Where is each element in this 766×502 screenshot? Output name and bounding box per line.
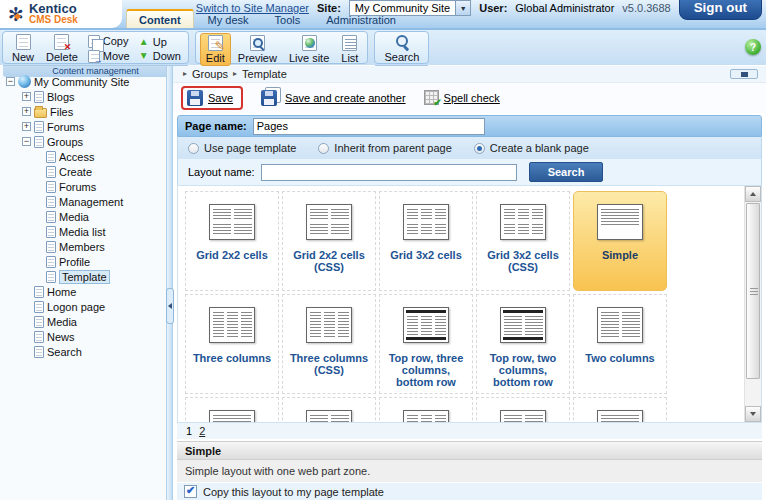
move-button[interactable]: Move [85,50,133,63]
spell-check-button[interactable]: Spell check [424,90,500,105]
tree-item-media[interactable]: +Media [6,314,166,329]
page-number-link[interactable]: 2 [199,425,205,437]
page-icon [34,301,44,313]
tree-item-search[interactable]: +Search [6,344,166,359]
layout-three-columns-icon [209,307,255,343]
delete-button[interactable]: Delete [41,33,83,64]
layout-card-top-two-bottom[interactable]: Top row, two columns, bottom row [476,294,570,394]
move-icon [88,50,100,63]
layout-card-partial[interactable] [282,397,376,422]
collapse-toggle-icon[interactable]: − [22,137,31,146]
tree-item-logon-page[interactable]: +Logon page [6,299,166,314]
scroll-up-icon[interactable] [745,186,761,202]
copy-button[interactable]: Copy [85,35,133,48]
layout-card-two-columns[interactable]: Two columns [573,294,667,394]
tree-item-media-child[interactable]: Media [6,209,166,224]
tree-item-media-list[interactable]: Media list [6,224,166,239]
tab-content[interactable]: Content [126,9,194,28]
layout-grid-3x2-icon [500,204,546,240]
preview-icon [250,35,265,51]
breadcrumb-groups[interactable]: Groups [192,68,228,80]
expand-toggle-icon[interactable]: + [22,107,31,116]
radio-icon[interactable] [188,143,199,154]
layout-card-partial[interactable] [379,397,473,422]
layout-card-partial[interactable] [573,397,667,422]
scrollbar-thumb[interactable] [746,203,760,379]
edit-mode-button[interactable]: Edit [200,33,231,66]
panel-collapse-handle[interactable] [730,69,758,79]
tree-item-home[interactable]: +Home [6,284,166,299]
new-button[interactable]: New [7,33,39,64]
layout-card-grid-2x2-css[interactable]: Grid 2x2 cells (CSS) [282,191,376,291]
template-mode-options: Use page template Inherit from parent pa… [177,137,762,158]
layout-search-button[interactable]: Search [529,162,604,182]
tree-item-access[interactable]: Access [6,149,166,164]
tree-item-forums-child[interactable]: Forums [6,179,166,194]
tree-item-forums[interactable]: +Forums [6,119,166,134]
radio-create-blank-page[interactable]: Create a blank page [474,142,589,154]
radio-inherit-from-parent[interactable]: Inherit from parent page [318,142,451,154]
tree-item-template[interactable]: Template [6,269,166,284]
layout-card-top-three-bottom[interactable]: Top row, three columns, bottom row [379,294,473,394]
tab-administration[interactable]: Administration [314,11,408,28]
brand-name: Kentico [29,3,78,14]
layout-card-partial[interactable] [185,397,279,422]
radio-selected-icon[interactable] [474,143,485,154]
collapse-toggle-icon[interactable]: − [6,77,15,86]
layout-card-three-columns[interactable]: Three columns [185,294,279,394]
tree-item-blogs[interactable]: +Blogs [6,89,166,104]
expand-toggle-icon[interactable]: + [22,122,31,131]
live-site-globe-icon [302,35,317,51]
expand-toggle-icon[interactable]: + [22,92,31,101]
down-arrow-icon: ▼ [138,50,150,62]
sign-out-button[interactable]: Sign out [679,0,762,20]
save-button[interactable]: Save [187,90,233,106]
page-name-bar: Page name: [177,115,762,138]
tree-item-news[interactable]: +News [6,329,166,344]
tab-tools[interactable]: Tools [263,11,313,28]
save-and-create-icon [261,90,277,106]
search-button[interactable]: Search [379,33,424,64]
tree-item-groups[interactable]: −Groups [6,134,166,149]
up-button[interactable]: ▲ Up [135,36,184,48]
dropdown-arrow-icon[interactable]: ▼ [455,1,470,15]
breadcrumb-template[interactable]: Template [242,68,287,80]
tree-item-members[interactable]: Members [6,239,166,254]
page-name-input[interactable] [253,118,485,135]
main-tabs: Content My desk Tools Administration [126,9,408,28]
content-tree: −My Community Site +Blogs +Files +Forums… [0,66,166,500]
layout-name-input[interactable] [261,164,517,181]
splitter-collapse-icon[interactable] [166,288,174,324]
tab-my-desk[interactable]: My desk [196,11,261,28]
layout-card-partial[interactable] [476,397,570,422]
radio-use-page-template[interactable]: Use page template [188,142,296,154]
tree-item-profile[interactable]: Profile [6,254,166,269]
down-button[interactable]: ▼ Down [135,50,184,62]
layout-name-row: Layout name: Search [177,159,762,185]
tree-item-management[interactable]: Management [6,194,166,209]
page-icon [34,286,44,298]
layout-card-simple-selected[interactable]: Simple [573,191,667,291]
layout-scrollbar[interactable] [744,186,761,422]
scroll-down-icon[interactable] [745,406,761,422]
radio-icon[interactable] [318,143,329,154]
layout-card-three-columns-css[interactable]: Three columns (CSS) [282,294,376,394]
layout-card-grid-2x2[interactable]: Grid 2x2 cells [185,191,279,291]
save-and-create-button[interactable]: Save and create another [261,90,405,106]
tree-item-create[interactable]: Create [6,164,166,179]
live-site-button[interactable]: Live site [284,34,334,65]
page-number-current[interactable]: 1 [186,425,192,437]
layout-card-grid-3x2[interactable]: Grid 3x2 cells [379,191,473,291]
tree-splitter[interactable] [166,66,173,500]
page-icon [34,136,44,148]
help-button[interactable]: ? [745,39,761,55]
selected-layout-title: Simple [177,441,762,461]
group-content-management: New Delete Copy Move ▲ Up [2,31,189,64]
copy-layout-label: Copy this layout to my page template [203,486,384,498]
save-highlight-box: Save [181,86,243,110]
preview-mode-button[interactable]: Preview [233,34,282,65]
copy-layout-checkbox[interactable] [184,485,197,498]
list-mode-button[interactable]: List [336,34,363,65]
tree-item-files[interactable]: +Files [6,104,166,119]
layout-card-grid-3x2-css[interactable]: Grid 3x2 cells (CSS) [476,191,570,291]
